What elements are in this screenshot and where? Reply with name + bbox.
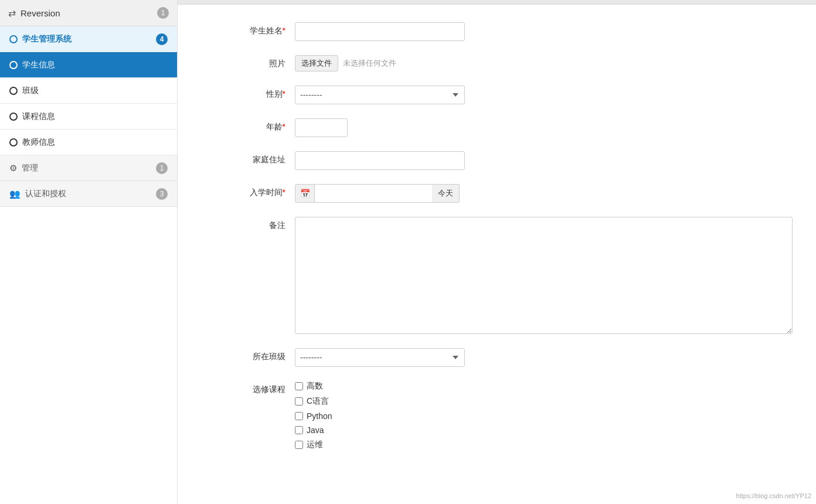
input-student-name[interactable] bbox=[295, 22, 465, 41]
management-label: 管理 bbox=[22, 163, 38, 173]
reversion-label: Reversion bbox=[21, 8, 60, 18]
management-badge: 1 bbox=[156, 162, 168, 174]
class-label: 班级 bbox=[22, 86, 39, 96]
label-courses: 选修课程 bbox=[225, 381, 295, 395]
sidebar-reversion-header[interactable]: ⇄ Reversion 1 bbox=[0, 0, 177, 26]
today-button[interactable]: 今天 bbox=[432, 184, 460, 203]
no-file-text: 未选择任何文件 bbox=[343, 58, 396, 69]
management-gear-icon: ⚙ bbox=[9, 163, 17, 173]
label-notes: 备注 bbox=[225, 217, 295, 231]
sidebar-auth-section[interactable]: 👥 认证和授权 3 bbox=[0, 181, 177, 207]
sidebar-item-class[interactable]: 班级 bbox=[0, 78, 177, 104]
course-checkbox-java[interactable]: Java bbox=[295, 425, 332, 435]
label-class: 所在班级 bbox=[225, 348, 295, 362]
calendar-icon: 📅 bbox=[300, 189, 310, 198]
calendar-icon-button[interactable]: 📅 bbox=[295, 184, 315, 203]
student-management-badge: 4 bbox=[156, 33, 168, 45]
label-gender: 性别* bbox=[225, 86, 295, 100]
label-enrollment-time: 入学时间* bbox=[225, 184, 295, 198]
course-info-label: 课程信息 bbox=[22, 111, 55, 122]
courses-checkbox-group: 高数 C语言 Python Java 运维 bbox=[295, 381, 332, 450]
main-content: 学生姓名* 照片 选择文件 未选择任何文件 性别* -------- 男 女 bbox=[178, 0, 816, 504]
sidebar-item-student-info[interactable]: 学生信息 bbox=[0, 52, 177, 78]
file-section: 选择文件 未选择任何文件 bbox=[295, 55, 396, 71]
student-management-label: 学生管理系统 bbox=[22, 34, 72, 45]
checkbox-yunwei[interactable] bbox=[295, 441, 303, 449]
checkbox-java[interactable] bbox=[295, 426, 303, 434]
label-photo: 照片 bbox=[225, 55, 295, 69]
choose-file-button[interactable]: 选择文件 bbox=[295, 55, 338, 71]
sidebar-item-student-management[interactable]: 学生管理系统 4 bbox=[0, 26, 177, 52]
class-circle-icon bbox=[9, 87, 18, 95]
field-age: 年龄* bbox=[225, 118, 793, 137]
course-checkbox-gaoshu[interactable]: 高数 bbox=[295, 381, 332, 391]
sidebar: ⇄ Reversion 1 学生管理系统 4 学生信息 班级 课程信息 bbox=[0, 0, 178, 504]
reversion-arrows-icon: ⇄ bbox=[8, 8, 16, 19]
teacher-info-label: 教师信息 bbox=[22, 137, 55, 148]
course-circle-icon bbox=[9, 113, 18, 121]
watermark: https://blog.csdn.net/YP12 bbox=[736, 492, 811, 499]
field-home-address: 家庭住址 bbox=[225, 151, 793, 170]
student-info-label: 学生信息 bbox=[22, 60, 55, 70]
input-age[interactable] bbox=[295, 118, 348, 137]
field-courses: 选修课程 高数 C语言 Python Java bbox=[225, 381, 793, 450]
student-info-circle-icon bbox=[9, 61, 18, 69]
textarea-notes[interactable] bbox=[295, 217, 793, 334]
input-home-address[interactable] bbox=[295, 151, 465, 170]
field-notes: 备注 bbox=[225, 217, 793, 334]
checkbox-python[interactable] bbox=[295, 412, 303, 420]
checkbox-c[interactable] bbox=[295, 397, 303, 406]
field-student-name: 学生姓名* bbox=[225, 22, 793, 41]
student-management-circle-icon bbox=[9, 35, 18, 43]
reversion-badge: 1 bbox=[157, 7, 169, 19]
sidebar-item-teacher-info[interactable]: 教师信息 bbox=[0, 130, 177, 155]
teacher-circle-icon bbox=[9, 138, 18, 147]
field-class: 所在班级 -------- bbox=[225, 348, 793, 367]
checkbox-gaoshu[interactable] bbox=[295, 382, 303, 390]
sidebar-management-section[interactable]: ⚙ 管理 1 bbox=[0, 155, 177, 181]
select-gender[interactable]: -------- 男 女 bbox=[295, 86, 465, 104]
auth-badge: 3 bbox=[156, 188, 168, 200]
field-gender: 性别* -------- 男 女 bbox=[225, 86, 793, 104]
form-container: 学生姓名* 照片 选择文件 未选择任何文件 性别* -------- 男 女 bbox=[178, 5, 816, 488]
course-checkbox-yunwei[interactable]: 运维 bbox=[295, 440, 332, 450]
date-section: 📅 今天 bbox=[295, 184, 460, 203]
label-age: 年龄* bbox=[225, 118, 295, 132]
auth-label: 认证和授权 bbox=[25, 189, 66, 199]
label-home-address: 家庭住址 bbox=[225, 151, 295, 165]
course-checkbox-python[interactable]: Python bbox=[295, 411, 332, 421]
date-input[interactable] bbox=[315, 184, 432, 203]
field-enrollment-time: 入学时间* 📅 今天 bbox=[225, 184, 793, 203]
auth-users-icon: 👥 bbox=[9, 189, 21, 199]
sidebar-item-course-info[interactable]: 课程信息 bbox=[0, 104, 177, 130]
top-bar bbox=[178, 0, 816, 5]
course-checkbox-c[interactable]: C语言 bbox=[295, 396, 332, 407]
field-photo: 照片 选择文件 未选择任何文件 bbox=[225, 55, 793, 71]
label-student-name: 学生姓名* bbox=[225, 22, 295, 36]
select-class[interactable]: -------- bbox=[295, 348, 465, 367]
